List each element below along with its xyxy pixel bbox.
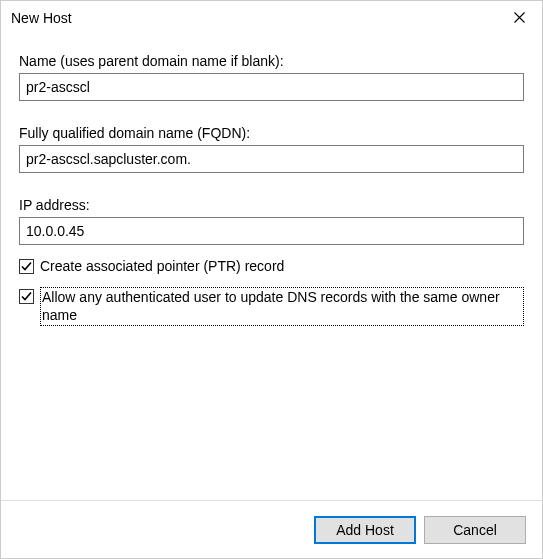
dialog-content: Name (uses parent domain name if blank):… bbox=[1, 35, 542, 500]
allow-update-checkbox-row[interactable]: Allow any authenticated user to update D… bbox=[19, 287, 524, 325]
close-icon bbox=[514, 9, 525, 27]
ptr-checkbox-row[interactable]: Create associated pointer (PTR) record bbox=[19, 257, 524, 275]
name-label: Name (uses parent domain name if blank): bbox=[19, 53, 524, 69]
checkmark-icon bbox=[21, 291, 32, 302]
ip-input[interactable] bbox=[19, 217, 524, 245]
fqdn-label: Fully qualified domain name (FQDN): bbox=[19, 125, 524, 141]
allow-update-checkbox-label: Allow any authenticated user to update D… bbox=[40, 287, 524, 325]
close-button[interactable] bbox=[496, 2, 542, 34]
allow-update-checkbox[interactable] bbox=[19, 289, 34, 304]
new-host-dialog: New Host Name (uses parent domain name i… bbox=[0, 0, 543, 559]
name-input[interactable] bbox=[19, 73, 524, 101]
ip-label: IP address: bbox=[19, 197, 524, 213]
titlebar: New Host bbox=[1, 1, 542, 35]
window-title: New Host bbox=[11, 10, 72, 26]
ptr-checkbox[interactable] bbox=[19, 259, 34, 274]
cancel-button[interactable]: Cancel bbox=[424, 516, 526, 544]
fqdn-input bbox=[19, 145, 524, 173]
ptr-checkbox-label: Create associated pointer (PTR) record bbox=[40, 257, 284, 275]
dialog-footer: Add Host Cancel bbox=[1, 500, 542, 558]
checkmark-icon bbox=[21, 261, 32, 272]
add-host-button[interactable]: Add Host bbox=[314, 516, 416, 544]
